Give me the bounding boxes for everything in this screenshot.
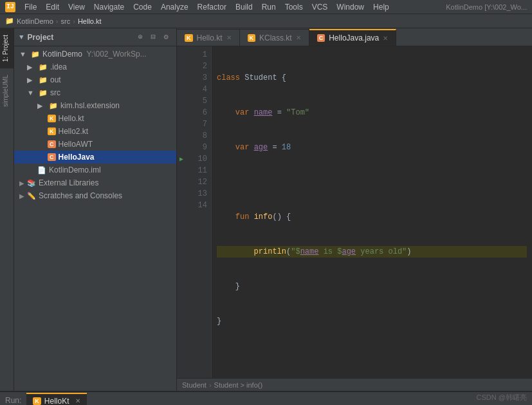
tree-item-label: Hello2.kt bbox=[59, 127, 89, 136]
scratch-icon: ✏️ bbox=[27, 192, 36, 200]
code-line-9 bbox=[217, 350, 527, 362]
breadcrumb-class: Student bbox=[182, 381, 206, 389]
vtab-simpleuml[interactable]: simpleUML bbox=[0, 68, 14, 113]
tree-item-label: Hello.kt bbox=[59, 114, 84, 123]
folder-chevron-icon: ▼ bbox=[27, 88, 36, 97]
run-panel: Run: K HelloKt ✕ ▶ ■ ↺ ↑ ↓ 📷 ⇌ ⇅ 🖨 "D:\P… bbox=[0, 391, 532, 405]
run-tab-helloke[interactable]: K HelloKt ✕ bbox=[26, 393, 86, 406]
tree-item-extension[interactable]: ▶ 📁 kim.hsl.extension bbox=[14, 99, 176, 112]
libs-icon: 📚 bbox=[27, 179, 36, 187]
tree-item-out[interactable]: ▶ 📁 out bbox=[14, 73, 176, 86]
editor-area: K Hello.kt ✕ K KClass.kt ✕ C HelloJava.j… bbox=[177, 28, 532, 391]
code-line-8: } bbox=[217, 316, 527, 327]
menu-window[interactable]: Window bbox=[333, 1, 368, 13]
code-editor: ▶ 12345 678910 11121314 class Student { … bbox=[177, 46, 532, 378]
breadcrumb: 📁 KotlinDemo › src › Hello.kt bbox=[0, 14, 532, 28]
src-folder-icon: 📁 bbox=[39, 89, 48, 97]
tree-item-label: out bbox=[50, 75, 61, 84]
menu-view[interactable]: View bbox=[64, 1, 89, 13]
tree-item-ext-libs[interactable]: ▶ 📚 External Libraries bbox=[14, 176, 176, 189]
folder-chevron-icon: ▶ bbox=[27, 75, 36, 84]
tab-java-icon: C bbox=[317, 34, 326, 42]
menu-build[interactable]: Build bbox=[232, 1, 257, 13]
code-line-7: } bbox=[217, 281, 527, 292]
menu-file[interactable]: File bbox=[21, 1, 41, 13]
menu-analyze[interactable]: Analyze bbox=[157, 1, 192, 13]
menu-help[interactable]: Help bbox=[369, 1, 393, 13]
run-main-button[interactable]: ▶ bbox=[177, 153, 186, 165]
tree-item-label: External Libraries bbox=[39, 178, 98, 187]
project-panel: ▼ Project ⊕ ⊟ ⚙ ▼ 📁 KotlinDemo Y:\002_Wo… bbox=[14, 28, 176, 391]
editor-breadcrumb: Student › Student > info() bbox=[177, 378, 532, 391]
tree-item-label: HelloAWT bbox=[59, 140, 93, 149]
collapse-icon[interactable]: ⊟ bbox=[148, 32, 158, 42]
tab-kt2-icon: K bbox=[248, 34, 256, 42]
project-path: KotlinDemo [Y:\002_Wo... bbox=[446, 3, 527, 11]
breadcrumb-project[interactable]: KotlinDemo bbox=[17, 17, 53, 25]
tree-item-label: kim.hsl.extension bbox=[60, 101, 120, 110]
menu-edit[interactable]: Edit bbox=[42, 1, 63, 13]
kt-file-icon: K bbox=[48, 115, 56, 122]
breadcrumb-src[interactable]: src bbox=[61, 17, 71, 25]
code-line-3: var age = 18 bbox=[217, 142, 527, 153]
java-active-file-icon: C bbox=[48, 153, 56, 161]
tree-item-hello2-kt[interactable]: K Hello2.kt bbox=[14, 125, 176, 138]
menu-bar: IJ File Edit View Navigate Code Analyze … bbox=[0, 0, 532, 14]
menu-tools[interactable]: Tools bbox=[281, 1, 307, 13]
tree-item-helloawt[interactable]: C HelloAWT bbox=[14, 138, 176, 151]
tree-item-scratches[interactable]: ▶ ✏️ Scratches and Consoles bbox=[14, 189, 176, 202]
menu-vcs[interactable]: VCS bbox=[308, 1, 332, 13]
tab-close-icon[interactable]: ✕ bbox=[226, 34, 232, 41]
code-line-2: var name = "Tom" bbox=[217, 107, 527, 118]
tab-label: HelloJava.java bbox=[329, 33, 379, 42]
project-title: Project bbox=[28, 33, 54, 42]
project-toolbar: ⊕ ⊟ ⚙ bbox=[135, 32, 171, 42]
tree-item-label: KotlinDemo Y:\002_WorkSp... bbox=[42, 50, 147, 59]
run-gutter: ▶ bbox=[177, 46, 188, 378]
tab-hello-kt[interactable]: K Hello.kt ✕ bbox=[177, 29, 240, 46]
idea-folder-icon: 📁 bbox=[39, 63, 48, 71]
run-tab-icon: K bbox=[33, 397, 41, 405]
tree-item-idea[interactable]: ▶ 📁 .idea bbox=[14, 61, 176, 73]
tree-item-kotlindemo[interactable]: ▼ 📁 KotlinDemo Y:\002_WorkSp... bbox=[14, 48, 176, 61]
project-folder-icon: 📁 bbox=[31, 50, 40, 59]
code-line-5: fun info() { bbox=[217, 211, 527, 223]
sync-icon[interactable]: ⊕ bbox=[135, 32, 145, 42]
run-tab-close-icon[interactable]: ✕ bbox=[75, 397, 80, 404]
main-layout: 1: Project simpleUML ▼ Project ⊕ ⊟ ⚙ ▼ 📁… bbox=[0, 28, 532, 391]
tree-item-src[interactable]: ▼ 📁 src bbox=[14, 86, 176, 99]
breadcrumb-arrow: › bbox=[209, 381, 212, 389]
tab-kclass-kt[interactable]: K KClass.kt ✕ bbox=[240, 29, 309, 46]
tree-item-hellojava[interactable]: C HelloJava bbox=[14, 151, 176, 164]
vtab-project[interactable]: 1: Project bbox=[0, 28, 14, 68]
folder-chevron-icon: ▶ bbox=[27, 62, 36, 71]
breadcrumb-file[interactable]: Hello.kt bbox=[78, 17, 102, 25]
menu-code[interactable]: Code bbox=[129, 1, 156, 13]
file-tree: ▼ 📁 KotlinDemo Y:\002_WorkSp... ▶ 📁 .ide… bbox=[14, 46, 176, 391]
vertical-tab-strip: 1: Project simpleUML bbox=[0, 28, 14, 391]
settings-icon[interactable]: ⚙ bbox=[161, 32, 171, 42]
tab-hellojava[interactable]: C HelloJava.java ✕ bbox=[309, 29, 397, 46]
menu-run[interactable]: Run bbox=[258, 1, 280, 13]
editor-tab-bar: K Hello.kt ✕ K KClass.kt ✕ C HelloJava.j… bbox=[177, 28, 532, 46]
tree-item-label: src bbox=[50, 88, 60, 97]
app-logo: IJ bbox=[5, 2, 15, 12]
tree-item-iml[interactable]: 📄 KotlinDemo.iml bbox=[14, 164, 176, 176]
tree-item-label: Scratches and Consoles bbox=[39, 191, 122, 200]
code-content[interactable]: class Student { var name = "Tom" var age… bbox=[212, 46, 532, 378]
code-line-1: class Student { bbox=[217, 72, 527, 84]
project-header: ▼ Project ⊕ ⊟ ⚙ bbox=[14, 28, 176, 46]
breadcrumb-method: Student > info() bbox=[214, 381, 263, 389]
menu-refactor[interactable]: Refactor bbox=[194, 1, 230, 13]
breadcrumb-icon: 📁 bbox=[5, 17, 14, 25]
run-label: Run: bbox=[5, 396, 21, 405]
out-folder-icon: 📁 bbox=[39, 76, 48, 84]
tab-close-icon3[interactable]: ✕ bbox=[383, 35, 388, 42]
tree-item-label: .idea bbox=[50, 62, 67, 71]
run-tab-bar: Run: K HelloKt ✕ bbox=[0, 392, 532, 405]
menu-navigate[interactable]: Navigate bbox=[90, 1, 128, 13]
tree-item-hello-kt[interactable]: K Hello.kt bbox=[14, 112, 176, 125]
ext-folder-icon: 📁 bbox=[49, 102, 58, 110]
tab-close-icon2[interactable]: ✕ bbox=[296, 34, 301, 41]
tree-item-label: KotlinDemo.iml bbox=[49, 165, 101, 174]
